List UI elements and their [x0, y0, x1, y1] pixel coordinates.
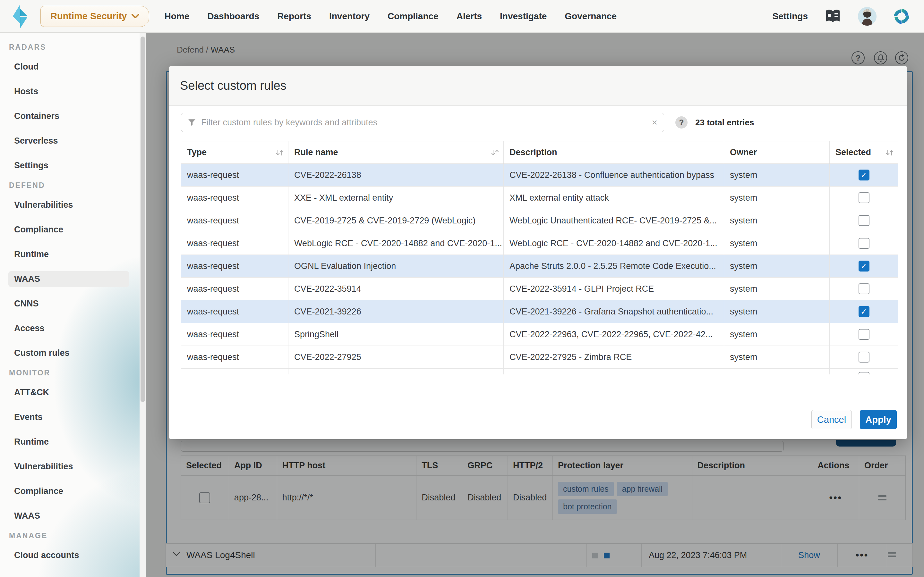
sidebar-item-serverless[interactable]: Serverless	[0, 129, 146, 153]
sidebar-section-manage: MANAGE	[0, 528, 146, 543]
nav-item-compliance[interactable]: Compliance	[388, 11, 439, 21]
sidebar-item-compliance-monitor[interactable]: Compliance	[0, 479, 146, 504]
sidebar-item-runtime-monitor[interactable]: Runtime	[0, 430, 146, 454]
sidebar-item-cloud-accounts[interactable]: Cloud accounts	[0, 543, 146, 568]
sidebar-item-vulnerabilities[interactable]: Vulnerabilities	[0, 193, 146, 218]
sort-icon[interactable]	[275, 149, 284, 156]
filter-funnel-icon	[188, 118, 196, 127]
rule-checkbox[interactable]	[859, 329, 869, 340]
modal-title: Select custom rules	[180, 79, 286, 93]
rule-row[interactable]: waas-request CVE-2021-39226 CVE-2021-392…	[181, 300, 898, 323]
sidebar-scrollbar-thumb[interactable]	[141, 37, 145, 402]
prisma-cloud-sparkle-icon[interactable]	[893, 8, 910, 25]
sidebar-item-vulnerabilities-monitor[interactable]: Vulnerabilities	[0, 454, 146, 479]
sidebar-item-access[interactable]: Access	[0, 316, 146, 341]
rules-filter-field[interactable]: ×	[181, 113, 664, 132]
nav-item-reports[interactable]: Reports	[277, 11, 311, 21]
rule-checkbox[interactable]	[859, 306, 869, 317]
nav-item-home[interactable]: Home	[165, 11, 190, 21]
sidebar-section-monitor: MONITOR	[0, 366, 146, 380]
prisma-logo-icon	[12, 5, 28, 28]
chevron-down-icon	[132, 14, 139, 19]
clear-filter-icon[interactable]: ×	[652, 118, 657, 127]
rule-row[interactable]: waas-request OGNL Evaluation Injection A…	[181, 255, 898, 277]
sidebar: RADARS Cloud Hosts Containers Serverless…	[0, 33, 146, 577]
top-navbar: Runtime Security Home Dashboards Reports…	[0, 0, 924, 33]
docs-book-icon[interactable]	[825, 8, 841, 25]
rule-checkbox[interactable]	[859, 192, 869, 203]
select-custom-rules-modal: Select custom rules × ? 23 total entries…	[169, 66, 907, 439]
filter-help-icon[interactable]: ?	[675, 116, 688, 129]
sort-icon[interactable]	[885, 149, 894, 156]
product-label: Runtime Security	[50, 11, 127, 21]
sidebar-item-settings[interactable]: Settings	[0, 153, 146, 178]
header-owner[interactable]: Owner	[724, 141, 830, 163]
rule-checkbox[interactable]	[859, 215, 869, 226]
nav-item-alerts[interactable]: Alerts	[457, 11, 482, 21]
rule-checkbox[interactable]	[859, 261, 869, 271]
apply-button[interactable]: Apply	[860, 410, 897, 429]
rule-checkbox[interactable]	[859, 372, 869, 374]
rule-row[interactable]: waas-request WebLogic RCE - CVE-2020-148…	[181, 232, 898, 255]
rule-checkbox[interactable]	[859, 169, 869, 181]
rule-checkbox[interactable]	[859, 284, 869, 294]
nav-item-inventory[interactable]: Inventory	[329, 11, 370, 21]
sort-icon[interactable]	[491, 149, 499, 156]
rule-checkbox[interactable]	[859, 238, 869, 249]
runtime-security-app: Runtime Security Home Dashboards Reports…	[0, 0, 924, 577]
sidebar-item-runtime[interactable]: Runtime	[0, 242, 146, 267]
sidebar-section-defend: DEFEND	[0, 178, 146, 193]
nav-item-investigate[interactable]: Investigate	[500, 11, 547, 21]
cancel-button[interactable]: Cancel	[811, 410, 852, 429]
rule-row[interactable]: waas-request CVE-2022-27925 CVE-2022-279…	[181, 346, 898, 369]
rule-row[interactable]: waas-request XXE - XML external entity X…	[181, 187, 898, 210]
sidebar-item-containers[interactable]: Containers	[0, 104, 146, 129]
custom-rules-table: Type Rule name Description Owner Selecte	[181, 141, 898, 374]
sidebar-item-attack[interactable]: ATT&CK	[0, 380, 146, 405]
total-entries-label: 23 total entries	[695, 113, 754, 132]
rule-checkbox[interactable]	[859, 351, 869, 363]
sidebar-item-waas-monitor[interactable]: WAAS	[0, 504, 146, 528]
main-content: Defend / WAAS ? Selected	[146, 33, 924, 577]
modal-header: Select custom rules	[169, 66, 907, 106]
sidebar-item-compliance[interactable]: Compliance	[0, 218, 146, 242]
header-selected[interactable]: Selected	[830, 141, 898, 163]
header-rule-name[interactable]: Rule name	[288, 141, 504, 163]
product-switcher[interactable]: Runtime Security	[40, 6, 149, 27]
sidebar-scrollbar-track[interactable]	[140, 33, 146, 577]
sidebar-item-waas-active[interactable]: WAAS	[0, 267, 146, 292]
nav-right-cluster: Settings	[772, 7, 910, 26]
sidebar-item-hosts[interactable]: Hosts	[0, 79, 146, 104]
nav-item-governance[interactable]: Governance	[565, 11, 617, 21]
nav-item-settings[interactable]: Settings	[772, 11, 808, 21]
sidebar-item-events[interactable]: Events	[0, 405, 146, 430]
rules-table-header: Type Rule name Description Owner Selecte	[181, 141, 898, 164]
user-avatar[interactable]	[858, 7, 877, 26]
rule-row-partial	[181, 369, 898, 374]
sidebar-item-custom-rules[interactable]: Custom rules	[0, 341, 146, 366]
rule-row[interactable]: waas-request CVE-2022-35914 CVE-2022-359…	[181, 277, 898, 300]
header-description[interactable]: Description	[504, 141, 724, 163]
header-type[interactable]: Type	[181, 141, 288, 163]
modal-footer: Cancel Apply	[169, 400, 907, 439]
rules-filter-input[interactable]	[201, 118, 646, 127]
rule-row[interactable]: waas-request CVE-2019-2725 & CVE-2019-27…	[181, 210, 898, 232]
nav-menu: Home Dashboards Reports Inventory Compli…	[165, 11, 617, 21]
rule-row[interactable]: waas-request SpringShell CVE-2022-22963,…	[181, 323, 898, 346]
rule-row[interactable]: waas-request CVE-2022-26138 CVE-2022-261…	[181, 164, 898, 187]
sidebar-section-radars: RADARS	[0, 40, 146, 55]
nav-item-dashboards[interactable]: Dashboards	[207, 11, 259, 21]
sidebar-item-cloud[interactable]: Cloud	[0, 55, 146, 79]
sidebar-item-cnns[interactable]: CNNS	[0, 292, 146, 316]
